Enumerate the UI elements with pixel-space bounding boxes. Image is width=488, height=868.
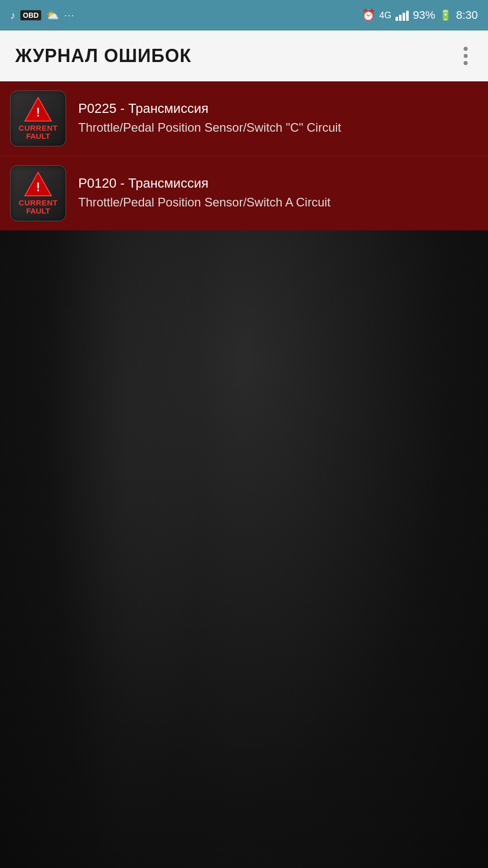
fault-text: P0225 - Трансмиссия Throttle/Pedal Posit… — [78, 101, 478, 136]
obd-icon: OBD — [20, 10, 41, 20]
app-bar: ЖУРНАЛ ОШИБОК — [0, 31, 488, 81]
fault-item[interactable]: ! CURRENT FAULT P0120 - Трансмиссия Thro… — [0, 156, 488, 230]
svg-text:!: ! — [36, 105, 40, 118]
badge-label-current: CURRENT — [19, 199, 58, 207]
time-display: 8:30 — [456, 9, 478, 22]
network-type: 4G — [379, 10, 391, 21]
background-area — [0, 230, 488, 868]
fault-list: ! CURRENT FAULT P0225 - Трансмиссия Thro… — [0, 81, 488, 230]
badge-label-fault: FAULT — [26, 132, 50, 141]
fault-code: P0120 - Трансмиссия — [78, 175, 478, 191]
page-title: ЖУРНАЛ ОШИБОК — [15, 45, 191, 67]
current-fault-badge: ! CURRENT FAULT — [10, 91, 66, 146]
music-icon: ♪ — [10, 10, 15, 21]
signal-bars — [395, 10, 409, 21]
menu-button[interactable] — [459, 42, 473, 70]
badge-label-fault: FAULT — [26, 207, 50, 216]
warning-triangle-icon: ! — [24, 171, 52, 197]
badge-label-current: CURRENT — [19, 124, 58, 133]
current-fault-badge: ! CURRENT FAULT — [10, 165, 66, 221]
status-bar-left: ♪ OBD ⛅ ··· — [10, 9, 75, 21]
fault-text: P0120 - Трансмиссия Throttle/Pedal Posit… — [78, 175, 478, 211]
svg-text:!: ! — [36, 179, 40, 193]
fault-code: P0225 - Трансмиссия — [78, 101, 478, 116]
status-bar-right: ⏰ 4G 93% 🔋 8:30 — [361, 9, 478, 22]
fault-item[interactable]: ! CURRENT FAULT P0225 - Трансмиссия Thro… — [0, 81, 488, 156]
battery-icon: 🔋 — [439, 9, 452, 21]
fault-description: Throttle/Pedal Position Sensor/Switch "C… — [78, 119, 478, 136]
alarm-icon: ⏰ — [361, 9, 375, 22]
more-icon: ··· — [64, 10, 75, 21]
warning-triangle-icon: ! — [24, 97, 52, 122]
weather-icon: ⛅ — [46, 9, 59, 21]
status-bar: ♪ OBD ⛅ ··· ⏰ 4G 93% 🔋 8:30 — [0, 0, 488, 31]
fault-description: Throttle/Pedal Position Sensor/Switch A … — [78, 194, 478, 211]
battery-percent: 93% — [413, 9, 435, 22]
